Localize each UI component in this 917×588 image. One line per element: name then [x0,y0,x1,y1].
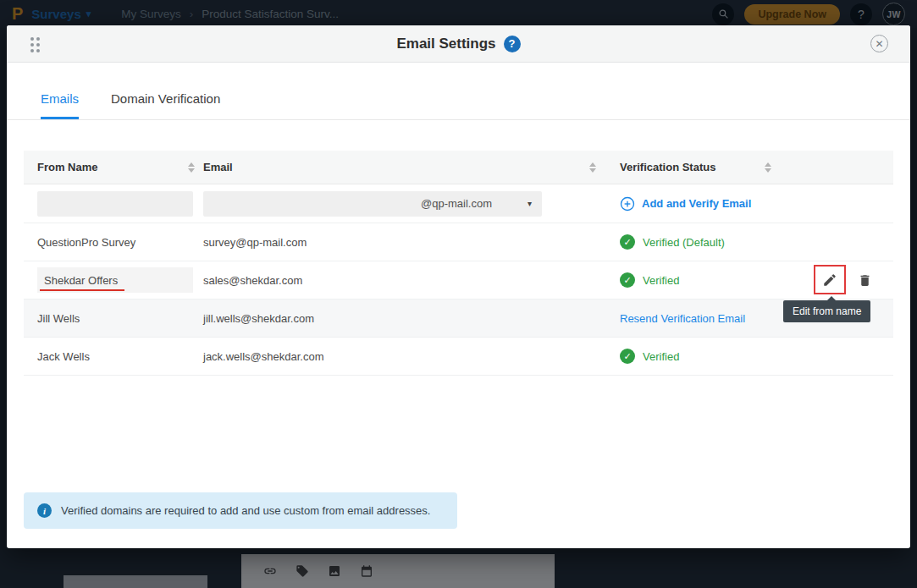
email-value: sales@shekdar.com [203,274,302,287]
verified-check-icon: ✓ [620,272,635,288]
info-icon: i [37,503,52,518]
email-value: jack.wells@shekdar.com [203,350,324,363]
add-and-verify-email-button[interactable]: Add and Verify Email [620,196,893,212]
domain-suffix-label: @qp-mail.com [421,197,492,210]
from-name-value: Jack Wells [37,350,90,363]
delete-email-button[interactable] [858,273,872,288]
plus-circle-icon [620,196,635,212]
table-row: Jack Wells jack.wells@shekdar.com ✓ Veri… [24,338,893,376]
emails-table: From Name Email Verification Status @qp-… [24,151,893,376]
domain-dropdown-icon[interactable]: ▾ [528,199,532,208]
status-badge: Verified [643,274,679,287]
table-row: QuestionPro Survey survey@qp-mail.com ✓ … [24,223,893,261]
tab-bar: Emails Domain Verification [7,63,910,120]
annotation-underline [40,289,124,291]
new-email-input-group: @qp-mail.com ▾ [203,191,542,217]
verified-check-icon: ✓ [620,234,635,250]
sort-icon [188,162,195,173]
email-value: jill.wells@shekdar.com [203,312,314,325]
new-email-input[interactable] [213,197,421,210]
page-title: Email Settings [396,36,495,52]
drag-handle-icon[interactable] [30,37,40,52]
sort-icon [589,162,596,173]
annotation-highlight-box [814,265,846,294]
table-header-row: From Name Email Verification Status [24,151,893,184]
title-help-icon[interactable]: ? [504,36,521,52]
tab-emails[interactable]: Emails [41,91,79,119]
edit-from-name-tooltip: Edit from name [783,300,870,322]
tab-domain-verification[interactable]: Domain Verification [111,91,220,119]
column-header-verification-status[interactable]: Verification Status [613,161,893,173]
column-header-from-name[interactable]: From Name [24,161,200,173]
row-actions [822,261,872,299]
modal-header: Email Settings ? ✕ [7,25,910,63]
table-row: Jill Wells jill.wells@shekdar.com Resend… [24,299,893,338]
from-name-edit-input[interactable] [44,274,186,287]
verified-check-icon: ✓ [620,349,635,364]
from-name-value: QuestionPro Survey [37,236,135,249]
table-row: sales@shekdar.com ✓ Verified [24,261,893,299]
info-banner: i Verified domains are required to add a… [24,492,457,529]
close-icon[interactable]: ✕ [870,35,888,52]
info-banner-text: Verified domains are required to add and… [61,504,430,517]
status-badge: Verified [643,350,679,363]
status-badge: Verified (Default) [643,236,725,249]
add-email-row: @qp-mail.com ▾ Add and Verify Email [24,184,893,223]
sort-icon [765,162,771,173]
column-header-email[interactable]: Email [200,161,613,173]
from-name-value: Jill Wells [37,312,80,325]
from-name-edit-box [37,267,193,293]
new-from-name-input[interactable] [37,191,193,217]
email-settings-modal: Email Settings ? ✕ Emails Domain Verific… [7,25,910,548]
email-value: survey@qp-mail.com [203,236,307,249]
trash-icon [858,273,872,288]
resend-verification-email-link[interactable]: Resend Verification Email [620,312,745,325]
